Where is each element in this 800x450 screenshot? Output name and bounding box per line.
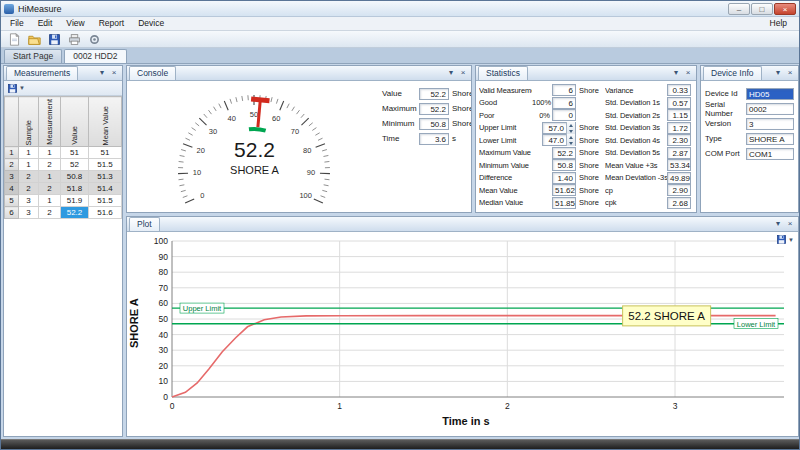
panel-menu-icon[interactable]: ▾ [445,67,457,79]
measurements-toolbar: ▼ [4,81,122,96]
cell-value[interactable]: 51.8 [61,183,89,195]
panel-menu-icon[interactable]: ▾ [96,67,108,79]
stat-label: Valid Measurements [479,86,532,95]
maximize-button[interactable]: □ [751,3,773,15]
stat-row: Std. Deviation 2s1.15 [605,109,691,121]
cell-mean[interactable]: 51.4 [89,183,122,195]
svg-text:40: 40 [159,330,169,340]
panel-close-icon[interactable]: × [784,218,796,230]
cell-measurement[interactable]: 1 [39,195,61,207]
stat-unit: Shore [579,198,601,207]
window-title: HiMeasure [18,4,62,14]
readout-row: Value52.2Shore [382,86,472,101]
device-serial-number-value[interactable]: 0002 [746,103,794,115]
row-number[interactable]: 1 [5,147,19,159]
close-button[interactable]: × [774,3,796,15]
row-number[interactable]: 6 [5,207,19,219]
cell-value[interactable]: 52 [61,159,89,171]
cell-value[interactable]: 50.8 [61,171,89,183]
cell-mean[interactable]: 51.3 [89,171,122,183]
menu-help[interactable]: Help [760,17,797,30]
stat-value: 1.72 [667,122,691,134]
cell-measurement[interactable]: 2 [39,183,61,195]
upper-limit-input[interactable]: 57.0 [542,122,576,134]
cell-mean[interactable]: 51.5 [89,159,122,171]
menu-view[interactable]: View [59,17,91,30]
stat-row: Std. Deviation 5s2.87 [605,147,691,159]
tab-start-page[interactable]: Start Page [4,49,62,63]
cell-measurement[interactable]: 1 [39,171,61,183]
minimize-button[interactable]: – [728,3,750,15]
device-device-id-value[interactable]: HD05 [746,88,794,100]
spin-down-icon[interactable] [567,128,575,134]
column-header[interactable]: Mean Value [89,97,122,147]
corner-cell [5,97,19,147]
cell-sample[interactable]: 3 [19,195,39,207]
panel-close-icon[interactable]: × [457,67,469,79]
menu-report[interactable]: Report [92,17,132,30]
column-header[interactable]: Measurement [39,97,61,147]
menu-file[interactable]: File [3,17,31,30]
panel-menu-icon[interactable]: ▾ [772,67,784,79]
panel-close-icon[interactable]: × [784,67,796,79]
cell-value[interactable]: 51 [61,147,89,159]
spinner-buttons[interactable] [566,134,575,146]
column-header[interactable]: Sample [19,97,39,147]
plot-export-button[interactable]: ▼ [776,234,794,245]
svg-text:70: 70 [159,283,169,293]
panel-close-icon[interactable]: × [682,67,694,79]
stat-value: 0.33 [667,84,691,96]
cell-sample[interactable]: 1 [19,159,39,171]
cell-sample[interactable]: 1 [19,147,39,159]
statistics-right-column: Variance0.33Std. Deviation 1s0.57Std. De… [605,84,691,209]
device-type-value[interactable]: SHORE A [746,133,794,145]
readout-value: 52.2 [419,103,449,115]
cell-sample[interactable]: 3 [19,207,39,219]
spinner-buttons[interactable] [566,122,575,134]
cell-sample[interactable]: 2 [19,183,39,195]
device-com-port-value[interactable]: COM1 [746,148,794,160]
cell-measurement[interactable]: 2 [39,207,61,219]
panel-close-icon[interactable]: × [108,67,120,79]
cell-mean[interactable]: 51.6 [89,207,122,219]
measurements-export-button[interactable]: ▼ [7,83,25,94]
spin-down-icon[interactable] [567,140,575,146]
plot-x-axis-label: Time in s [142,415,790,427]
svg-text:20: 20 [159,361,169,371]
row-number[interactable]: 3 [5,171,19,183]
cell-value[interactable]: 52.2 [61,207,89,219]
cell-measurement[interactable]: 2 [39,159,61,171]
device-version-value[interactable]: 3 [746,118,794,130]
row-number[interactable]: 4 [5,183,19,195]
settings-icon[interactable] [85,32,103,47]
cell-value[interactable]: 51.9 [61,195,89,207]
save-icon [776,234,787,245]
new-file-icon[interactable] [5,32,23,47]
column-header[interactable]: Value [61,97,89,147]
statistics-panel: Statistics ▾ × Valid Measurements6ShoreG… [475,65,697,213]
row-number[interactable]: 2 [5,159,19,171]
svg-text:30: 30 [159,345,169,355]
tab-0002-hdd2[interactable]: 0002 HDD2 [64,49,126,63]
cell-sample[interactable]: 2 [19,171,39,183]
save-icon[interactable] [45,32,63,47]
cell-mean[interactable]: 51 [89,147,122,159]
panel-menu-icon[interactable]: ▾ [772,218,784,230]
menu-device[interactable]: Device [131,17,171,30]
stat-label: Mean Value +3s [605,161,667,170]
readout-label: Minimum [382,119,419,128]
title-bar: HiMeasure – □ × [1,1,799,17]
plot-canvas[interactable]: 01020304050607080901000123Upper LimitLow… [142,235,790,413]
main-toolbar [1,31,799,48]
stat-label: Std. Deviation 1s [605,98,667,107]
row-number[interactable]: 5 [5,195,19,207]
cell-measurement[interactable]: 1 [39,147,61,159]
stat-label: Minimum Value [479,161,532,170]
menu-edit[interactable]: Edit [31,17,60,30]
panel-menu-icon[interactable]: ▾ [670,67,682,79]
svg-text:10: 10 [159,376,169,386]
printer-icon[interactable] [65,32,83,47]
lower-limit-input[interactable]: 47.0 [542,134,576,146]
open-icon[interactable] [25,32,43,47]
cell-mean[interactable]: 51.5 [89,195,122,207]
